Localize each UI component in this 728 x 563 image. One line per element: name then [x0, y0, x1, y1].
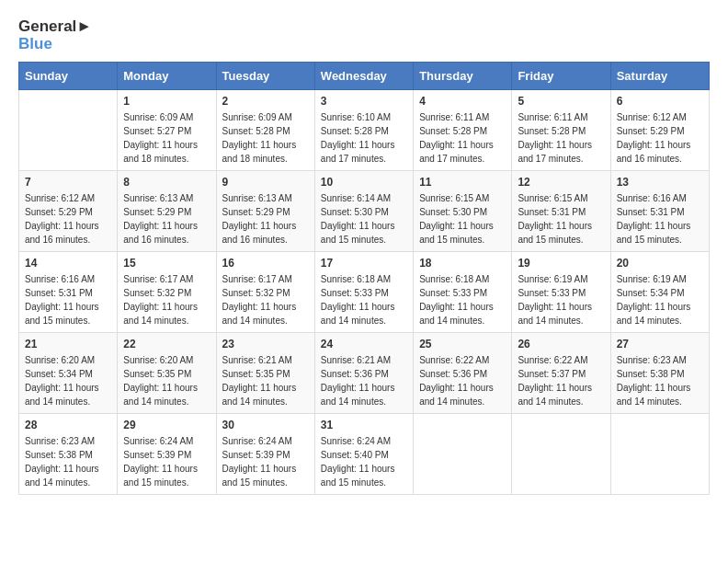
- day-number: 25: [419, 338, 506, 350]
- calendar-cell: 28 Sunrise: 6:23 AMSunset: 5:38 PMDaylig…: [19, 414, 118, 495]
- day-info: Sunrise: 6:11 AMSunset: 5:28 PMDaylight:…: [518, 110, 604, 166]
- calendar-cell: 5 Sunrise: 6:11 AMSunset: 5:28 PMDayligh…: [512, 90, 610, 171]
- day-number: 12: [518, 176, 604, 189]
- calendar-cell: 13 Sunrise: 6:16 AMSunset: 5:31 PMDaylig…: [610, 171, 709, 252]
- day-number: 27: [617, 338, 703, 350]
- calendar-cell: 15 Sunrise: 6:17 AMSunset: 5:32 PMDaylig…: [118, 252, 216, 333]
- calendar-cell: [512, 414, 610, 495]
- day-info: Sunrise: 6:18 AMSunset: 5:33 PMDaylight:…: [419, 272, 506, 327]
- logo-text-block: General► Blue: [18, 18, 92, 52]
- day-info: Sunrise: 6:17 AMSunset: 5:32 PMDaylight:…: [123, 272, 210, 327]
- day-number: 2: [222, 95, 309, 108]
- day-info: Sunrise: 6:24 AMSunset: 5:39 PMDaylight:…: [222, 434, 309, 489]
- day-info: Sunrise: 6:22 AMSunset: 5:36 PMDaylight:…: [419, 353, 506, 408]
- day-number: 9: [222, 176, 309, 189]
- day-number: 10: [321, 176, 407, 189]
- calendar-cell: 30 Sunrise: 6:24 AMSunset: 5:39 PMDaylig…: [216, 414, 314, 495]
- day-number: 7: [25, 176, 111, 189]
- day-number: 31: [321, 419, 407, 431]
- calendar-cell: 17 Sunrise: 6:18 AMSunset: 5:33 PMDaylig…: [314, 252, 413, 333]
- calendar-cell: 8 Sunrise: 6:13 AMSunset: 5:29 PMDayligh…: [118, 171, 216, 252]
- day-info: Sunrise: 6:18 AMSunset: 5:33 PMDaylight:…: [321, 272, 407, 327]
- logo-general: General►: [18, 18, 92, 36]
- day-number: 18: [419, 257, 506, 270]
- day-number: 24: [321, 338, 407, 350]
- day-number: 14: [25, 257, 111, 270]
- calendar-week-row: 28 Sunrise: 6:23 AMSunset: 5:38 PMDaylig…: [19, 414, 710, 495]
- day-info: Sunrise: 6:12 AMSunset: 5:29 PMDaylight:…: [25, 191, 111, 247]
- calendar-cell: 23 Sunrise: 6:21 AMSunset: 5:35 PMDaylig…: [216, 333, 314, 414]
- calendar-cell: 26 Sunrise: 6:22 AMSunset: 5:37 PMDaylig…: [512, 333, 610, 414]
- day-info: Sunrise: 6:11 AMSunset: 5:28 PMDaylight:…: [419, 110, 506, 166]
- day-info: Sunrise: 6:15 AMSunset: 5:30 PMDaylight:…: [419, 191, 506, 247]
- calendar-cell: 11 Sunrise: 6:15 AMSunset: 5:30 PMDaylig…: [414, 171, 512, 252]
- logo: General► Blue: [18, 18, 92, 52]
- day-number: 22: [123, 338, 210, 350]
- calendar-cell: 1 Sunrise: 6:09 AMSunset: 5:27 PMDayligh…: [118, 90, 216, 171]
- day-number: 5: [518, 95, 604, 108]
- day-number: 19: [518, 257, 604, 270]
- day-info: Sunrise: 6:10 AMSunset: 5:28 PMDaylight:…: [321, 110, 407, 166]
- calendar-week-row: 14 Sunrise: 6:16 AMSunset: 5:31 PMDaylig…: [19, 252, 710, 333]
- day-number: 6: [617, 95, 703, 108]
- day-info: Sunrise: 6:21 AMSunset: 5:36 PMDaylight:…: [321, 353, 407, 408]
- day-number: 29: [123, 419, 210, 431]
- day-info: Sunrise: 6:23 AMSunset: 5:38 PMDaylight:…: [617, 353, 703, 408]
- page-header: General► Blue: [18, 18, 710, 52]
- calendar-cell: 27 Sunrise: 6:23 AMSunset: 5:38 PMDaylig…: [610, 333, 709, 414]
- logo-blue: Blue: [18, 36, 92, 53]
- calendar-table: SundayMondayTuesdayWednesdayThursdayFrid…: [18, 62, 710, 495]
- calendar-cell: [414, 414, 512, 495]
- day-info: Sunrise: 6:19 AMSunset: 5:34 PMDaylight:…: [617, 272, 703, 327]
- calendar-cell: 31 Sunrise: 6:24 AMSunset: 5:40 PMDaylig…: [314, 414, 413, 495]
- day-info: Sunrise: 6:15 AMSunset: 5:31 PMDaylight:…: [518, 191, 604, 247]
- weekday-header: Thursday: [414, 63, 512, 90]
- day-info: Sunrise: 6:23 AMSunset: 5:38 PMDaylight:…: [25, 434, 111, 489]
- weekday-header: Monday: [118, 63, 216, 90]
- day-number: 8: [123, 176, 210, 189]
- day-number: 3: [321, 95, 407, 108]
- calendar-cell: 16 Sunrise: 6:17 AMSunset: 5:32 PMDaylig…: [216, 252, 314, 333]
- calendar-cell: 19 Sunrise: 6:19 AMSunset: 5:33 PMDaylig…: [512, 252, 610, 333]
- day-number: 23: [222, 338, 309, 350]
- day-number: 4: [419, 95, 506, 108]
- day-info: Sunrise: 6:20 AMSunset: 5:34 PMDaylight:…: [25, 353, 111, 408]
- day-number: 17: [321, 257, 407, 270]
- day-number: 28: [25, 419, 111, 431]
- day-number: 1: [123, 95, 210, 108]
- calendar-cell: 3 Sunrise: 6:10 AMSunset: 5:28 PMDayligh…: [314, 90, 413, 171]
- calendar-cell: 9 Sunrise: 6:13 AMSunset: 5:29 PMDayligh…: [216, 171, 314, 252]
- day-info: Sunrise: 6:14 AMSunset: 5:30 PMDaylight:…: [321, 191, 407, 247]
- day-info: Sunrise: 6:13 AMSunset: 5:29 PMDaylight:…: [222, 191, 309, 247]
- calendar-week-row: 21 Sunrise: 6:20 AMSunset: 5:34 PMDaylig…: [19, 333, 710, 414]
- day-number: 21: [25, 338, 111, 350]
- weekday-header: Wednesday: [314, 63, 413, 90]
- calendar-cell: 4 Sunrise: 6:11 AMSunset: 5:28 PMDayligh…: [414, 90, 512, 171]
- calendar-cell: 21 Sunrise: 6:20 AMSunset: 5:34 PMDaylig…: [19, 333, 118, 414]
- day-number: 20: [617, 257, 703, 270]
- day-info: Sunrise: 6:16 AMSunset: 5:31 PMDaylight:…: [617, 191, 703, 247]
- calendar-cell: 24 Sunrise: 6:21 AMSunset: 5:36 PMDaylig…: [314, 333, 413, 414]
- day-info: Sunrise: 6:22 AMSunset: 5:37 PMDaylight:…: [518, 353, 604, 408]
- calendar-cell: 7 Sunrise: 6:12 AMSunset: 5:29 PMDayligh…: [19, 171, 118, 252]
- day-number: 13: [617, 176, 703, 189]
- weekday-header: Saturday: [610, 63, 709, 90]
- calendar-cell: 6 Sunrise: 6:12 AMSunset: 5:29 PMDayligh…: [610, 90, 709, 171]
- day-info: Sunrise: 6:19 AMSunset: 5:33 PMDaylight:…: [518, 272, 604, 327]
- day-number: 11: [419, 176, 506, 189]
- day-info: Sunrise: 6:09 AMSunset: 5:27 PMDaylight:…: [123, 110, 210, 166]
- calendar-cell: 22 Sunrise: 6:20 AMSunset: 5:35 PMDaylig…: [118, 333, 216, 414]
- calendar-cell: 10 Sunrise: 6:14 AMSunset: 5:30 PMDaylig…: [314, 171, 413, 252]
- day-info: Sunrise: 6:13 AMSunset: 5:29 PMDaylight:…: [123, 191, 210, 247]
- day-number: 16: [222, 257, 309, 270]
- weekday-header: Friday: [512, 63, 610, 90]
- calendar-cell: 12 Sunrise: 6:15 AMSunset: 5:31 PMDaylig…: [512, 171, 610, 252]
- calendar-week-row: 1 Sunrise: 6:09 AMSunset: 5:27 PMDayligh…: [19, 90, 710, 171]
- calendar-cell: 18 Sunrise: 6:18 AMSunset: 5:33 PMDaylig…: [414, 252, 512, 333]
- calendar-cell: 20 Sunrise: 6:19 AMSunset: 5:34 PMDaylig…: [610, 252, 709, 333]
- day-info: Sunrise: 6:12 AMSunset: 5:29 PMDaylight:…: [617, 110, 703, 166]
- calendar-cell: 25 Sunrise: 6:22 AMSunset: 5:36 PMDaylig…: [414, 333, 512, 414]
- weekday-header-row: SundayMondayTuesdayWednesdayThursdayFrid…: [19, 63, 710, 90]
- calendar-cell: 14 Sunrise: 6:16 AMSunset: 5:31 PMDaylig…: [19, 252, 118, 333]
- day-info: Sunrise: 6:21 AMSunset: 5:35 PMDaylight:…: [222, 353, 309, 408]
